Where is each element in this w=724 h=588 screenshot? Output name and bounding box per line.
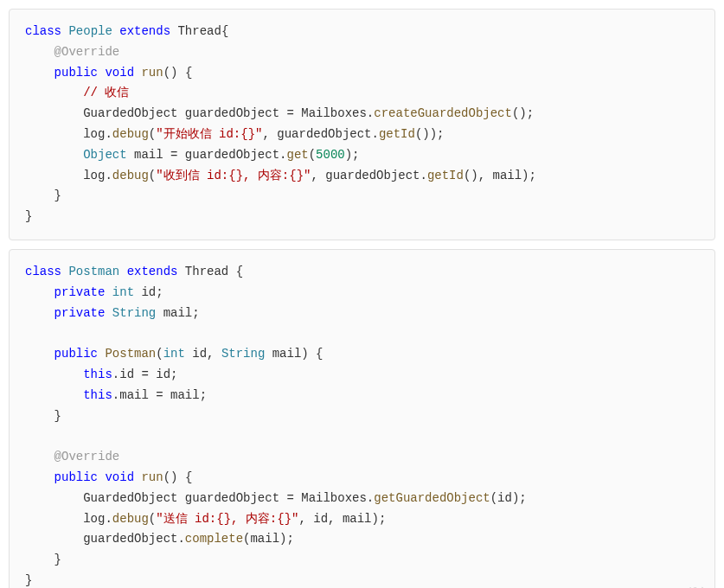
text: , guardedObject. xyxy=(311,169,426,182)
keyword: void xyxy=(105,470,134,484)
text: (id); xyxy=(490,491,527,505)
method: debug xyxy=(112,169,149,182)
method: getGuardedObject xyxy=(374,491,490,505)
keyword: extends xyxy=(127,265,178,278)
brace: } xyxy=(54,553,61,566)
method: getId xyxy=(379,127,415,141)
text: ( xyxy=(156,347,163,361)
method: debug xyxy=(112,512,149,526)
string: "开始收信 id:{}" xyxy=(156,127,262,141)
keyword: public xyxy=(54,470,98,484)
method: get xyxy=(286,148,308,162)
type: String xyxy=(221,347,265,361)
text: (mail); xyxy=(243,532,294,546)
keyword: public xyxy=(54,347,98,361)
text: () { xyxy=(163,66,193,80)
code-block-people: class People extends Thread{ @Override p… xyxy=(9,9,715,240)
method: getId xyxy=(427,169,464,182)
text: ()); xyxy=(415,127,445,141)
text: .id = id; xyxy=(112,368,178,381)
text: (), mail); xyxy=(464,169,536,182)
class-name: People xyxy=(68,24,112,38)
keyword: extends xyxy=(119,24,170,38)
keyword: public xyxy=(54,66,98,80)
text: .mail = mail; xyxy=(112,388,207,402)
method: run xyxy=(141,66,163,80)
text: id, xyxy=(185,347,221,361)
type: Object xyxy=(83,148,126,162)
text: guardedObject. xyxy=(83,532,185,546)
method: debug xyxy=(112,127,149,141)
method: run xyxy=(141,470,163,484)
brace: } xyxy=(54,409,61,423)
text: , guardedObject. xyxy=(262,127,378,141)
text: ( xyxy=(309,148,316,162)
text: ( xyxy=(149,512,156,526)
text: ( xyxy=(149,169,156,182)
text: GuardedObject guardedObject = Mailboxes. xyxy=(83,106,374,120)
text: (); xyxy=(512,106,534,120)
type: int xyxy=(112,285,134,299)
text: Thread { xyxy=(185,265,243,278)
text: ); xyxy=(345,148,360,162)
keyword: this xyxy=(83,368,112,381)
text: ( xyxy=(149,127,156,141)
method: createGuardedObject xyxy=(374,106,512,120)
keyword: private xyxy=(54,285,106,299)
text: log. xyxy=(83,512,112,526)
comment: // 收信 xyxy=(83,86,129,99)
brace: } xyxy=(25,209,32,223)
type: int xyxy=(163,347,185,361)
constructor: Postman xyxy=(105,347,156,361)
text: mail = guardedObject. xyxy=(127,148,287,162)
annotation: @Override xyxy=(54,45,120,59)
type: String xyxy=(112,306,156,320)
keyword: void xyxy=(105,66,134,80)
keyword: class xyxy=(25,265,61,278)
code-block-postman: class Postman extends Thread { private i… xyxy=(9,249,715,588)
string: "送信 id:{}, 内容:{}" xyxy=(156,512,298,526)
text: mail; xyxy=(156,306,199,320)
number: 5000 xyxy=(316,148,345,162)
text: GuardedObject guardedObject = Mailboxes. xyxy=(83,491,374,505)
watermark: @51CTO博客 xyxy=(649,584,708,588)
text: log. xyxy=(83,169,112,182)
annotation: @Override xyxy=(54,450,120,463)
keyword: this xyxy=(83,388,112,402)
text: id; xyxy=(134,285,163,299)
text: mail) { xyxy=(265,347,323,361)
text: Thread{ xyxy=(177,24,228,38)
text: , id, mail); xyxy=(298,512,386,526)
method: complete xyxy=(185,532,243,546)
text: () { xyxy=(163,470,193,484)
keyword: class xyxy=(25,24,61,38)
class-name: Postman xyxy=(68,265,119,278)
brace: } xyxy=(54,189,61,202)
text: log. xyxy=(83,127,112,141)
keyword: private xyxy=(54,306,106,320)
brace: } xyxy=(25,573,32,587)
string: "收到信 id:{}, 内容:{}" xyxy=(156,169,311,182)
